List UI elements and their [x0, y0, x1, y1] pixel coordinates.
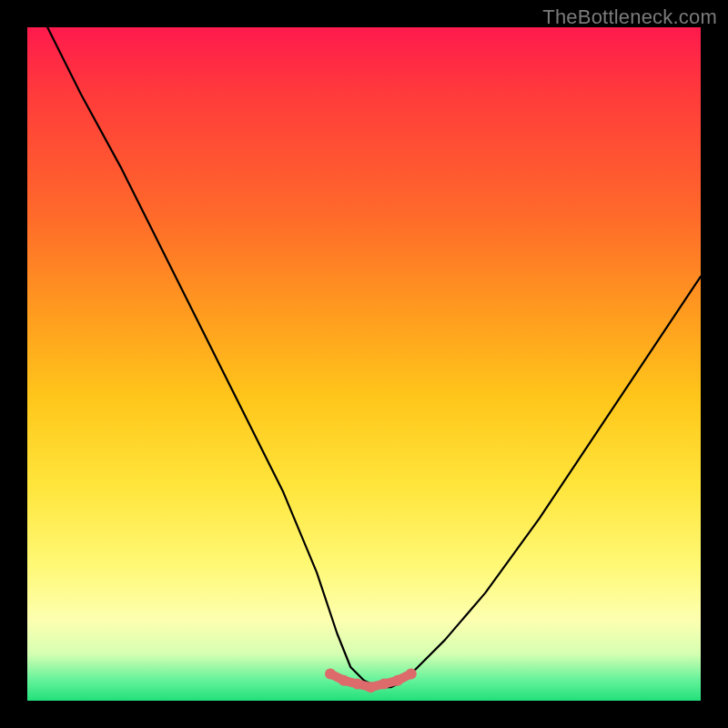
watermark-text: TheBottleneck.com — [542, 5, 717, 29]
bottom-marker-dot — [379, 679, 389, 690]
bottom-marker-dot — [392, 675, 403, 686]
bottleneck-curve-path — [47, 27, 701, 687]
bottom-marker-group — [325, 668, 417, 693]
chart-stage: TheBottleneck.com — [0, 0, 728, 728]
bottom-marker-dot — [325, 668, 336, 679]
curve-svg — [27, 27, 701, 701]
bottom-marker-dot — [352, 679, 363, 690]
bottom-marker-dot — [365, 682, 376, 693]
plot-area — [27, 27, 701, 701]
bottom-marker-dot — [339, 675, 349, 686]
bottom-marker-dot — [406, 668, 417, 679]
